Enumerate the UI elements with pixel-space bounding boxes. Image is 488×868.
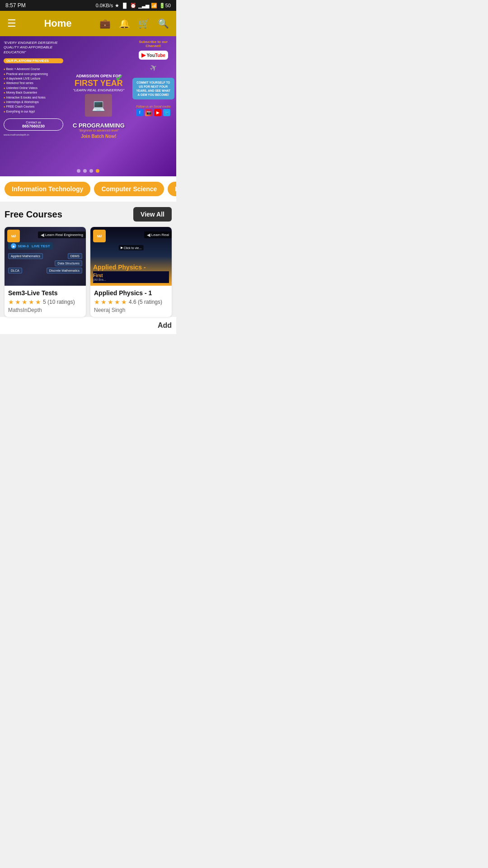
category-pills: Information Technology Computer Science … (0, 176, 176, 202)
learn-real-text: "LEARN REAL ENGINEERING" (73, 88, 125, 92)
course-author-sem3: MathsInDepth (8, 307, 82, 313)
subject-dlca: DLCA (8, 268, 22, 274)
star-p-3: ★ (108, 298, 113, 306)
feature-9: FREE Crash Courses (4, 104, 63, 109)
banner-features: Basic + Advanced Course Practical and co… (4, 67, 63, 114)
bluetooth-icon: ★ (115, 3, 119, 9)
instagram-icon[interactable]: 📷 (145, 109, 152, 116)
commit-box: COMMIT YOURSELF TO US FOR NEXT FOUR YEAR… (132, 78, 174, 99)
banner-content: "EVERY ENGINEER DERSERVE QUALITY AND AFF… (0, 36, 176, 176)
promo-banner: "EVERY ENGINEER DERSERVE QUALITY AND AFF… (0, 36, 176, 176)
banner-dots (77, 169, 99, 173)
battery-icon: 🔋50 (159, 3, 171, 9)
beginner-text: "Beginner to advanced level" (79, 129, 119, 132)
star-5: ★ (35, 298, 41, 306)
platform-badge: OUR PLATFORM PROVIDES (4, 58, 63, 63)
logo-sem3: M∂ (7, 230, 20, 242)
free-courses-section: Free Courses View All M∂ Learn Real Engi… (0, 202, 176, 317)
physics-allbranch: (All Bra... (93, 278, 169, 281)
feature-6: Money Back Guarantee (4, 90, 63, 95)
subject-row-3: DLCA Discrete Mathematics (8, 268, 82, 274)
section-header: Free Courses View All (5, 207, 172, 222)
search-icon[interactable]: 🔍 (158, 18, 169, 29)
learn-real-tag-1: Learn Real Engineering (38, 231, 86, 238)
star-4: ★ (28, 298, 34, 306)
banner-figure: 💻 (85, 94, 112, 117)
time: 8:57 PM (5, 2, 26, 9)
dot-4-active[interactable] (96, 169, 99, 173)
course-card-physics[interactable]: M∂ Learn Real ▶ Click to vie... Applied … (90, 227, 172, 317)
menu-icon[interactable]: ☰ (7, 18, 16, 29)
star-p-4: ★ (114, 298, 120, 306)
course-card-sem3[interactable]: M∂ Learn Real Engineering ▶ SEM-3 LIVE T… (5, 227, 86, 317)
join-text: Join Batch Now! (81, 134, 116, 139)
star-p-1: ★ (94, 298, 100, 306)
youtube-icon: ▶ (141, 52, 145, 58)
app-header: ☰ Home 💼 🔔 🛒 🔍 (0, 11, 176, 36)
subject-data-structures: Data Structures (55, 260, 82, 266)
social-section: Follow us on Social media f 📷 ▶ 🐦 (136, 105, 170, 116)
banner-website: www.mathsindepth.in (4, 133, 63, 136)
dot-2[interactable] (83, 169, 87, 173)
signal-icon: ▁▃▅ (138, 3, 149, 9)
social-follow-label: Follow us on Social media (136, 105, 170, 108)
twitter-icon[interactable]: 🐦 (163, 109, 170, 116)
star-p-half: ★ (121, 298, 127, 306)
course-thumbnail-physics: M∂ Learn Real ▶ Click to vie... Applied … (90, 227, 172, 286)
social-icons: f 📷 ▶ 🐦 (136, 109, 170, 116)
rating-text-sem3: 5 (10 ratings) (43, 299, 75, 305)
paper-plane-icon: ✈ (147, 61, 160, 74)
wifi-icon: 📶 (151, 3, 157, 9)
sem3-badge: ▶ SEM-3 LIVE TEST (8, 242, 53, 250)
banner-right: Subscribe to our Channel! ▶ YouTube ✈ CO… (131, 36, 176, 176)
star-p-2: ★ (101, 298, 107, 306)
feature-10: Everything in our App! (4, 109, 63, 114)
sem3-label: SEM-3 LIVE TEST (18, 244, 50, 248)
star-3: ★ (22, 298, 28, 306)
banner-center: ADMISSION OPEN FOR FIRST YEAR "LEARN REA… (67, 36, 130, 176)
course-info-physics: Applied Physics - 1 ★ ★ ★ ★ ★ 4.6 (5 rat… (90, 286, 172, 317)
network-speed: 0.0KB/s (96, 3, 113, 8)
header-actions: 💼 🔔 🛒 🔍 (99, 18, 169, 29)
dot-3[interactable] (89, 169, 93, 173)
notification-icon[interactable]: 🔔 (119, 18, 130, 29)
alarm-icon: ⏰ (130, 3, 136, 9)
feature-2: Practical and core programming (4, 72, 63, 76)
cart-icon[interactable]: 🛒 (138, 18, 150, 29)
subject-row-2: Data Structures (8, 260, 82, 266)
physics-title: Applied Physics - (93, 264, 169, 271)
star-2: ★ (15, 298, 21, 306)
feature-1: Basic + Advanced Course (4, 67, 63, 71)
learn-real-tag-2: Learn Real (144, 231, 172, 238)
subject-applied-math: Applied Mathematics (8, 253, 43, 259)
banner-quote: "EVERY ENGINEER DERSERVE QUALITY AND AFF… (4, 41, 63, 55)
click-to-view: ▶ Click to vie... (119, 245, 144, 250)
youtube-social-icon[interactable]: ▶ (154, 109, 161, 116)
physics-subtitle-area: First (All Bra... (93, 271, 169, 283)
course-thumbnail-sem3: M∂ Learn Real Engineering ▶ SEM-3 LIVE T… (5, 227, 86, 286)
course-author-physics: Neeraj Singh (94, 307, 168, 313)
youtube-badge: ▶ YouTube (139, 51, 168, 60)
feature-8: Internships & Workshops (4, 100, 63, 104)
feature-7: Interactive E-books and Notes (4, 95, 63, 100)
subscribe-text: Subscribe to our Channel! (132, 40, 174, 48)
category-it[interactable]: Information Technology (5, 182, 90, 196)
star-1: ★ (8, 298, 14, 306)
briefcase-icon[interactable]: 💼 (99, 18, 111, 29)
rating-text-physics: 4.6 (5 ratings) (129, 299, 162, 305)
subject-tags: Applied Mathematics DBMS Data Structures… (8, 253, 82, 274)
feature-4: Weekend Test series (4, 81, 63, 85)
facebook-icon[interactable]: f (136, 109, 143, 116)
course-info-sem3: Sem3-Live Tests ★ ★ ★ ★ ★ 5 (10 ratings)… (5, 286, 86, 317)
dot-1[interactable] (77, 169, 80, 173)
section-title: Free Courses (5, 209, 62, 220)
sim-icon: ▐▌ (121, 3, 128, 8)
category-cs[interactable]: Computer Science (94, 182, 164, 196)
subject-discrete: Discrete Mathematics (47, 268, 82, 274)
add-button[interactable]: Add (158, 321, 172, 330)
course-name-physics: Applied Physics - 1 (94, 289, 168, 297)
category-free[interactable]: Free Courses (168, 182, 176, 196)
status-icons: 0.0KB/s ★ ▐▌ ⏰ ▁▃▅ 📶 🔋50 (96, 3, 171, 9)
view-all-button[interactable]: View All (133, 207, 172, 222)
live-play-icon: ▶ (11, 243, 16, 249)
